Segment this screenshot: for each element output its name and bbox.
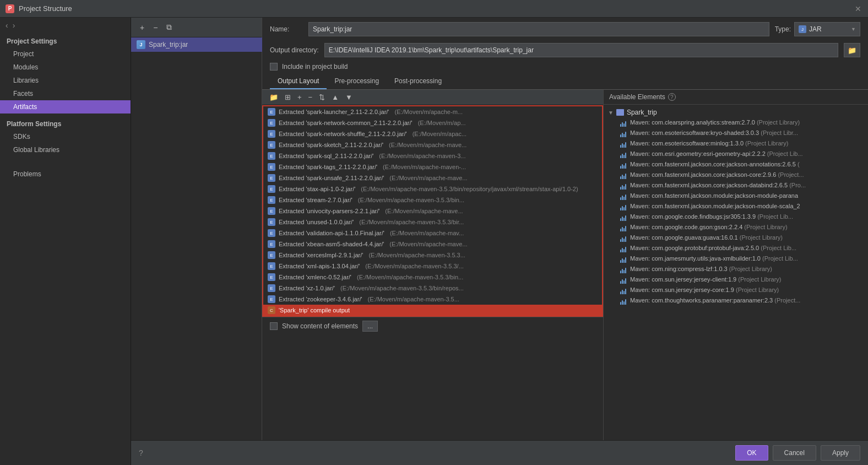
include-project-row: Include in project build	[262, 60, 868, 74]
output-item[interactable]: E Extracted 'stream-2.7.0.jar/' (E:/Move…	[263, 194, 602, 206]
app-icon: P	[6, 4, 14, 13]
artifact-item-spark-jar[interactable]: J Spark_trip:jar	[131, 37, 262, 52]
output-item[interactable]: E Extracted 'stax-api-1.0-2.jar/' (E:/Mo…	[263, 183, 602, 194]
show-content-area: Show content of elements ...	[262, 317, 603, 335]
sidebar-item-global-libraries[interactable]: Global Libraries	[0, 143, 131, 156]
output-list: E Extracted 'spark-launcher_2.11-2.2.0.j…	[263, 106, 602, 316]
extract-icon: E	[268, 141, 275, 149]
avail-item[interactable]: Maven: com.thoughtworks.paranamer:parana…	[608, 296, 864, 306]
footer: ? OK Cancel Apply	[131, 440, 868, 465]
name-input[interactable]	[308, 22, 769, 36]
avail-item[interactable]: Maven: com.google.code.findbugs:jsr305:1…	[608, 212, 864, 223]
output-item[interactable]: E Extracted 'spark-unsafe_2.11-2.2.0.jar…	[263, 172, 602, 183]
add-button[interactable]: +	[137, 21, 148, 34]
copy-button[interactable]: ⧉	[163, 21, 175, 34]
avail-item[interactable]: Maven: com.fasterxml.jackson.core:jackso…	[608, 170, 864, 181]
tab-post-processing[interactable]: Post-processing	[387, 74, 449, 89]
avail-item[interactable]: Maven: com.clearspring.analytics:stream:…	[608, 118, 864, 128]
compile-icon: C	[268, 306, 275, 314]
tab-pre-processing[interactable]: Pre-processing	[327, 74, 387, 89]
avail-item[interactable]: Maven: com.fasterxml.jackson.core:jackso…	[608, 160, 864, 170]
output-dir-input[interactable]	[324, 43, 838, 57]
show-content-checkbox[interactable]	[270, 322, 278, 330]
avail-item[interactable]: Maven: com.google.protobuf:protobuf-java…	[608, 244, 864, 254]
apply-button[interactable]: Apply	[821, 445, 860, 461]
folder-icon-btn[interactable]: 📁	[267, 92, 281, 102]
back-arrow[interactable]: ‹	[6, 21, 8, 30]
extract-icon: E	[268, 185, 275, 193]
avail-item[interactable]: Maven: com.google.guava:guava:16.0.1 (Pr…	[608, 233, 864, 244]
artifacts-toolbar: + − ⧉	[131, 18, 262, 37]
close-button[interactable]: ✕	[854, 4, 862, 13]
sidebar-item-artifacts[interactable]: Artifacts	[0, 100, 131, 113]
avail-item[interactable]: Maven: com.fasterxml.jackson.module:jack…	[608, 191, 864, 202]
maven-icon	[619, 120, 627, 127]
sidebar-item-modules[interactable]: Modules	[0, 61, 131, 74]
maven-icon	[619, 235, 627, 242]
cancel-button[interactable]: Cancel	[773, 445, 816, 461]
avail-item[interactable]: Maven: com.sun.jersey:jersey-core:1.9 (P…	[608, 285, 864, 296]
output-item[interactable]: E Extracted 'unused-1.0.0.jar/' (E:/Move…	[263, 217, 602, 228]
avail-item[interactable]: Maven: com.esri.geometry:esri-geometry-a…	[608, 149, 864, 160]
output-item[interactable]: E Extracted 'spark-sql_2.11-2.2.0.jar/' …	[263, 150, 602, 161]
avail-item[interactable]: Maven: com.google.code.gson:gson:2.2.4 (…	[608, 223, 864, 233]
available-list: ▼ Spark_trip Maven: com.clearspring	[604, 105, 868, 440]
remove-button[interactable]: −	[150, 21, 161, 34]
include-project-checkbox[interactable]	[270, 63, 278, 71]
maven-icon	[619, 161, 627, 169]
avail-item[interactable]: Maven: com.sun.jersey:jersey-client:1.9 …	[608, 275, 864, 285]
output-item[interactable]: E Extracted 'xz-1.0.jar/' (E:/Moven/m/ap…	[263, 283, 602, 294]
tab-output-layout[interactable]: Output Layout	[270, 74, 327, 89]
output-item[interactable]: E Extracted 'spark-launcher_2.11-2.2.0.j…	[263, 106, 602, 117]
sidebar-item-project[interactable]: Project	[0, 47, 131, 61]
output-layout-panel: 📁 ⊞ + − ⇅ ▲ ▼ E	[262, 90, 604, 440]
browse-button[interactable]: 📁	[844, 43, 860, 57]
avail-item[interactable]: Maven: com.esotericsoftware:minlog:1.3.0…	[608, 139, 864, 149]
collapse-icon: ▼	[608, 110, 614, 116]
sidebar-item-facets[interactable]: Facets	[0, 87, 131, 100]
forward-arrow[interactable]: ›	[13, 21, 15, 30]
up-btn[interactable]: ▲	[329, 92, 341, 102]
avail-section-header[interactable]: ▼ Spark_trip	[608, 107, 864, 118]
output-item[interactable]: E Extracted 'xml-apis-1.3.04.jar/' (E:/M…	[263, 261, 602, 272]
sidebar-item-libraries[interactable]: Libraries	[0, 74, 131, 87]
add-element-btn[interactable]: +	[295, 92, 305, 102]
ok-button[interactable]: OK	[735, 445, 768, 461]
output-item[interactable]: E Extracted 'xbean-asm5-shaded-4.4.jar/'…	[263, 239, 602, 250]
down-btn[interactable]: ▼	[343, 92, 355, 102]
maven-icon	[619, 266, 627, 274]
extract-icon: E	[268, 295, 275, 303]
output-item[interactable]: E Extracted 'spark-tags_2.11-2.2.0.jar/'…	[263, 161, 602, 172]
maven-icon	[619, 130, 627, 138]
avail-item[interactable]: Maven: com.fasterxml.jackson.module:jack…	[608, 202, 864, 212]
remove-element-btn[interactable]: −	[306, 92, 316, 102]
sidebar-item-problems[interactable]: Problems	[0, 167, 131, 181]
sort-btn[interactable]: ⇅	[316, 92, 328, 102]
output-list-container: E Extracted 'spark-launcher_2.11-2.2.0.j…	[262, 105, 603, 317]
output-item[interactable]: E Extracted 'xmlenc-0.52.jar/' (E:/Moven…	[263, 272, 602, 283]
avail-item[interactable]: Maven: com.jamesmurty.utils:java-xmlbuil…	[608, 254, 864, 264]
output-item[interactable]: E Extracted 'spark-sketch_2.11-2.2.0.jar…	[263, 139, 602, 150]
output-item[interactable]: E Extracted 'spark-network-common_2.11-2…	[263, 117, 602, 128]
compile-output-item[interactable]: C 'Spark_trip' compile output	[263, 305, 602, 316]
output-item[interactable]: E Extracted 'zookeeper-3.4.6.jar/' (E:/M…	[263, 294, 602, 305]
avail-item[interactable]: Maven: com.fasterxml.jackson.core:jackso…	[608, 181, 864, 191]
type-value-dropdown[interactable]: J JAR ▼	[794, 22, 860, 36]
dots-button[interactable]: ...	[362, 321, 378, 332]
expand-btn[interactable]: ⊞	[282, 92, 294, 102]
output-item[interactable]: E Extracted 'spark-network-shuffle_2.11-…	[263, 128, 602, 139]
sidebar-item-sdks[interactable]: SDKs	[0, 130, 131, 143]
show-content-label: Show content of elements	[282, 322, 358, 330]
main-layout: ‹ › Project Settings Project Modules Lib…	[0, 18, 868, 465]
extract-icon: E	[268, 207, 275, 215]
output-item[interactable]: E Extracted 'univocity-parsers-2.2.1.jar…	[263, 206, 602, 217]
output-dir-label: Output directory:	[270, 46, 319, 54]
avail-item[interactable]: Maven: com.esotericsoftware:kryo-shaded:…	[608, 128, 864, 139]
content-area: + − ⧉ J Spark_trip:jar Name:	[131, 18, 868, 465]
output-item[interactable]: E Extracted 'xercesImpl-2.9.1.jar/' (E:/…	[263, 250, 602, 261]
output-item[interactable]: E Extracted 'validation-api-1.1.0.Final.…	[263, 228, 602, 239]
avail-item[interactable]: Maven: com.ning:compress-lzf:1.0.3 (Proj…	[608, 264, 864, 275]
help-icon[interactable]: ?	[668, 93, 676, 101]
type-label: Type:	[775, 25, 791, 33]
footer-help-icon[interactable]: ?	[139, 448, 143, 457]
